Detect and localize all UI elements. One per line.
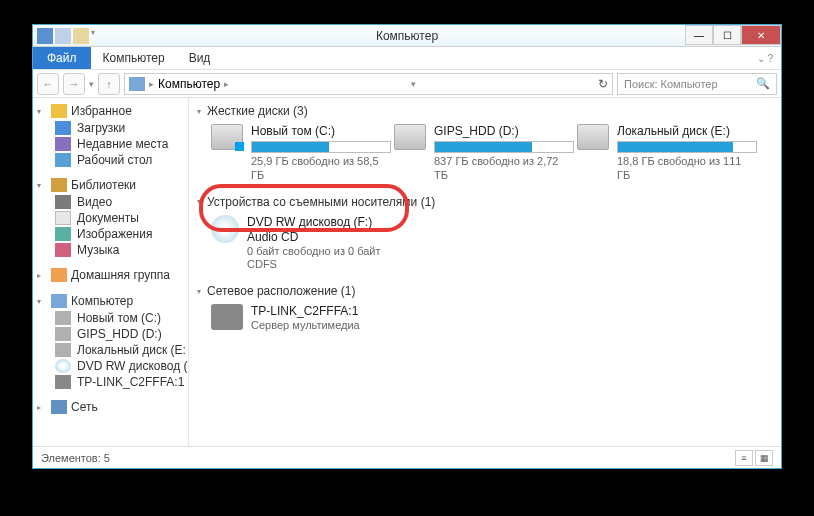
view-tiles-button[interactable]: ▦	[755, 450, 773, 466]
section-removable[interactable]: ▾Устройства со съемными носителями (1)	[197, 193, 773, 211]
breadcrumb[interactable]: Компьютер	[158, 77, 220, 91]
forward-button[interactable]: →	[63, 73, 85, 95]
hdd-icon	[55, 327, 71, 341]
chevron-icon[interactable]: ▸	[224, 79, 229, 89]
dvd-drive-icon	[211, 215, 239, 243]
tree-item-pictures[interactable]: Изображения	[33, 226, 188, 242]
capacity-bar	[251, 141, 391, 153]
tree-item-tplink[interactable]: TP-LINK_C2FFFA:1	[33, 374, 188, 390]
up-button[interactable]: ↑	[98, 73, 120, 95]
drive-free-text: 837 ГБ свободно из 2,72 ТБ	[434, 155, 574, 183]
network-device-tplink[interactable]: TP-LINK_C2FFFA:1 Сервер мультимедиа	[211, 304, 386, 333]
explorer-window: ▾ Компьютер — ☐ ✕ Файл Компьютер Вид ⌄ ?…	[32, 24, 782, 469]
back-button[interactable]: ←	[37, 73, 59, 95]
drive-f-dvd[interactable]: DVD RW дисковод (F:) Audio CD 0 байт сво…	[211, 215, 386, 273]
drive-e[interactable]: Локальный диск (E:) 18,8 ГБ свободно из …	[577, 124, 752, 183]
qat-chevron-icon[interactable]: ▾	[91, 28, 101, 44]
tree-network-header[interactable]: ▸Сеть	[33, 398, 188, 416]
download-icon	[55, 121, 71, 135]
search-icon: 🔍	[756, 77, 770, 90]
video-icon	[55, 195, 71, 209]
homegroup-icon	[51, 268, 67, 282]
section-network-location[interactable]: ▾Сетевое расположение (1)	[197, 282, 773, 300]
tree-item-drive-e[interactable]: Локальный диск (E:	[33, 342, 188, 358]
window-title: Компьютер	[376, 29, 438, 43]
device-subtitle: Сервер мультимедиа	[251, 319, 386, 333]
section-hard-disks[interactable]: ▾Жесткие диски (3)	[197, 102, 773, 120]
qat-properties-icon[interactable]	[55, 28, 71, 44]
device-label: TP-LINK_C2FFFA:1	[251, 304, 386, 319]
tree-item-drive-c[interactable]: Новый том (C:)	[33, 310, 188, 326]
drive-label: Новый том (C:)	[251, 124, 391, 139]
drive-label: Локальный диск (E:)	[617, 124, 757, 139]
navigation-pane[interactable]: ▾Избранное Загрузки Недавние места Рабоч…	[33, 98, 189, 446]
drive-free-text: 18,8 ГБ свободно из 111 ГБ	[617, 155, 757, 183]
recent-icon	[55, 137, 71, 151]
history-chevron-icon[interactable]: ▾	[89, 79, 94, 89]
libraries-icon	[51, 178, 67, 192]
search-input[interactable]: Поиск: Компьютер 🔍	[617, 73, 777, 95]
music-icon	[55, 243, 71, 257]
app-icon	[37, 28, 53, 44]
navigation-bar: ← → ▾ ↑ ▸ Компьютер ▸ ▾ ↻ Поиск: Компьют…	[33, 70, 781, 98]
network-icon	[51, 400, 67, 414]
drive-filesystem: CDFS	[247, 258, 386, 272]
view-details-button[interactable]: ≡	[735, 450, 753, 466]
drive-free-text: 25,9 ГБ свободно из 58,5 ГБ	[251, 155, 391, 183]
tree-item-downloads[interactable]: Загрузки	[33, 120, 188, 136]
desktop-icon	[55, 153, 71, 167]
star-icon	[51, 104, 67, 118]
drive-icon	[577, 124, 609, 150]
tree-item-desktop[interactable]: Рабочий стол	[33, 152, 188, 168]
drive-label: DVD RW дисковод (F:) Audio CD	[247, 215, 386, 245]
hdd-icon	[55, 343, 71, 357]
drive-icon	[211, 124, 243, 150]
tree-item-documents[interactable]: Документы	[33, 210, 188, 226]
content-area[interactable]: ▾Жесткие диски (3) Новый том (C:) 25,9 Г…	[189, 98, 781, 446]
media-server-icon	[211, 304, 243, 330]
tree-item-recent[interactable]: Недавние места	[33, 136, 188, 152]
pictures-icon	[55, 227, 71, 241]
status-item-count: Элементов: 5	[41, 452, 110, 464]
file-tab[interactable]: Файл	[33, 47, 91, 69]
ribbon-bar: Файл Компьютер Вид ⌄ ?	[33, 47, 781, 70]
drive-c[interactable]: Новый том (C:) 25,9 ГБ свободно из 58,5 …	[211, 124, 386, 183]
hdd-icon	[55, 311, 71, 325]
capacity-bar	[617, 141, 757, 153]
tree-item-music[interactable]: Музыка	[33, 242, 188, 258]
search-placeholder: Поиск: Компьютер	[624, 78, 718, 90]
dvd-icon	[55, 359, 71, 373]
maximize-button[interactable]: ☐	[713, 25, 741, 45]
refresh-icon[interactable]: ↻	[598, 77, 608, 91]
tree-item-drive-f[interactable]: DVD RW дисковод (F	[33, 358, 188, 374]
tree-item-drive-d[interactable]: GIPS_HDD (D:)	[33, 326, 188, 342]
capacity-bar	[434, 141, 574, 153]
drive-icon	[394, 124, 426, 150]
drive-label: GIPS_HDD (D:)	[434, 124, 574, 139]
ribbon-tab-computer[interactable]: Компьютер	[91, 51, 177, 65]
address-bar[interactable]: ▸ Компьютер ▸ ▾ ↻	[124, 73, 613, 95]
tree-libraries-header[interactable]: ▾Библиотеки	[33, 176, 188, 194]
tree-item-video[interactable]: Видео	[33, 194, 188, 210]
computer-icon	[51, 294, 67, 308]
location-icon	[129, 77, 145, 91]
minimize-button[interactable]: —	[685, 25, 713, 45]
close-button[interactable]: ✕	[741, 25, 781, 45]
title-bar[interactable]: ▾ Компьютер — ☐ ✕	[33, 25, 781, 47]
ribbon-tab-view[interactable]: Вид	[177, 51, 223, 65]
drive-d[interactable]: GIPS_HDD (D:) 837 ГБ свободно из 2,72 ТБ	[394, 124, 569, 183]
ribbon-help-icon[interactable]: ⌄ ?	[749, 53, 781, 64]
tree-homegroup-header[interactable]: ▸Домашняя группа	[33, 266, 188, 284]
address-dropdown-icon[interactable]: ▾	[411, 79, 416, 89]
tree-favorites-header[interactable]: ▾Избранное	[33, 102, 188, 120]
chevron-icon[interactable]: ▸	[149, 79, 154, 89]
qat-new-folder-icon[interactable]	[73, 28, 89, 44]
documents-icon	[55, 211, 71, 225]
tree-computer-header[interactable]: ▾Компьютер	[33, 292, 188, 310]
server-icon	[55, 375, 71, 389]
status-bar: Элементов: 5 ≡ ▦	[33, 446, 781, 468]
drive-free-text: 0 байт свободно из 0 байт	[247, 245, 386, 259]
